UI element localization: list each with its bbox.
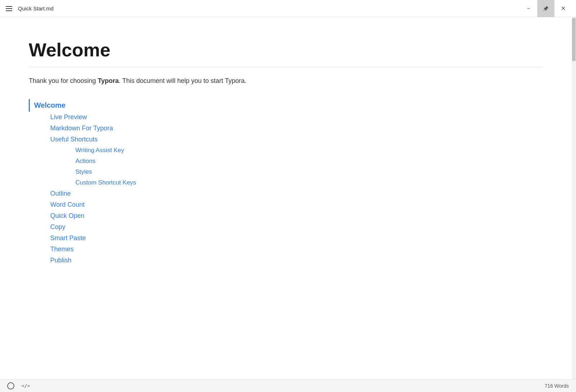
intro-text-after: . This document will help you to start T… xyxy=(119,77,247,84)
pin-button[interactable] xyxy=(537,0,554,17)
toc-item-themes[interactable]: Themes xyxy=(29,244,543,255)
toc-item-useful-shortcuts[interactable]: Useful Shortcuts xyxy=(29,134,543,145)
document-intro: Thank you for choosing Typora. This docu… xyxy=(29,76,543,86)
window-title: Quick Start.md xyxy=(18,5,54,11)
minimize-button[interactable]: − xyxy=(520,0,537,17)
scrollbar-thumb[interactable] xyxy=(572,18,576,61)
word-count-display: 716 Words xyxy=(545,383,569,389)
table-of-contents: Welcome Live Preview Markdown For Typora… xyxy=(29,99,543,266)
toc-item-actions[interactable]: Actions xyxy=(29,156,543,167)
toc-item-publish[interactable]: Publish xyxy=(29,255,543,266)
intro-text-before: Thank you for choosing xyxy=(29,77,98,84)
toc-item-outline[interactable]: Outline xyxy=(29,188,543,199)
toc-item-welcome[interactable]: Welcome xyxy=(29,99,543,112)
hamburger-menu-icon[interactable] xyxy=(4,5,14,13)
document-title: Welcome xyxy=(29,39,543,67)
source-code-icon[interactable]: </> xyxy=(22,383,30,388)
title-bar-controls: − ✕ xyxy=(520,0,572,17)
title-bar-left: Quick Start.md xyxy=(4,5,54,13)
pin-icon xyxy=(543,6,549,11)
toc-item-word-count[interactable]: Word Count xyxy=(29,199,543,210)
toc-item-markdown[interactable]: Markdown For Typora xyxy=(29,123,543,134)
status-bar: </> 716 Words xyxy=(0,379,576,392)
title-bar: Quick Start.md − ✕ xyxy=(0,0,576,17)
brand-name: Typora xyxy=(98,77,119,84)
toc-item-smart-paste[interactable]: Smart Paste xyxy=(29,233,543,244)
focus-mode-icon[interactable] xyxy=(7,382,14,389)
scrollbar-track[interactable] xyxy=(572,17,576,379)
toc-item-styles[interactable]: Styles xyxy=(29,167,543,177)
main-area: Welcome Thank you for choosing Typora. T… xyxy=(0,17,576,379)
toc-item-custom-shortcuts[interactable]: Custom Shortcut Keys xyxy=(29,177,543,188)
document-content: Welcome Thank you for choosing Typora. T… xyxy=(0,17,572,379)
status-bar-left: </> xyxy=(7,382,30,389)
toc-item-copy[interactable]: Copy xyxy=(29,221,543,233)
toc-item-quick-open[interactable]: Quick Open xyxy=(29,210,543,221)
toc-item-writing-assist[interactable]: Writing Assist Key xyxy=(29,145,543,156)
close-button[interactable]: ✕ xyxy=(554,0,572,17)
toc-item-live-preview[interactable]: Live Preview xyxy=(29,112,543,123)
